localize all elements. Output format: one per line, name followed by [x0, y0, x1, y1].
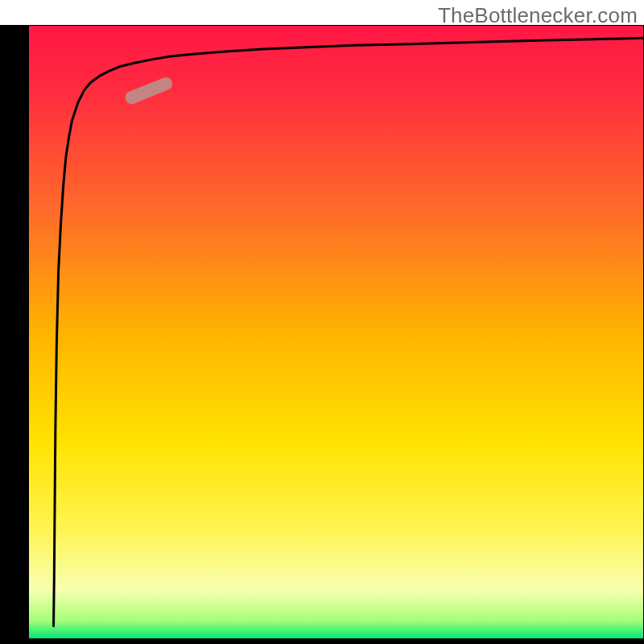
plot-background [29, 26, 643, 638]
frame-left [0, 26, 29, 644]
chart-stage: TheBottlenecker.com [0, 0, 644, 644]
chart-svg [0, 0, 644, 644]
watermark-label: TheBottlenecker.com [438, 3, 638, 28]
frame-bottom [0, 638, 643, 644]
